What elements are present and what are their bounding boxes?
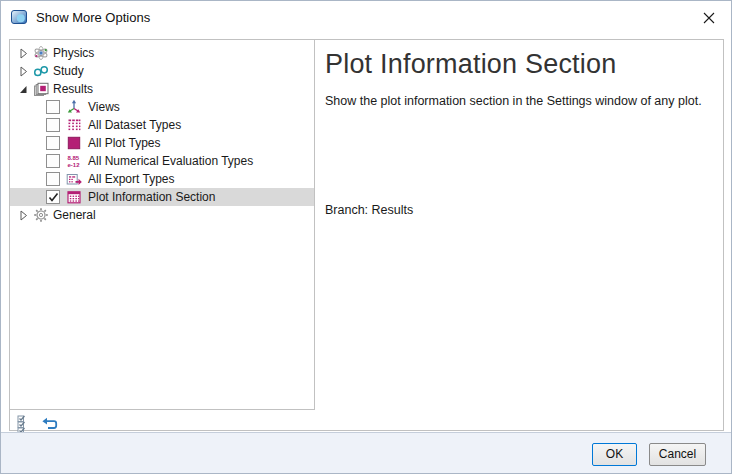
tree-item-label: All Plot Types [88,136,164,150]
tree-item-study[interactable]: Study [10,62,314,80]
svg-text:e-12: e-12 [68,162,81,168]
tree-item-label: Views [88,100,124,114]
close-icon[interactable] [699,8,719,28]
plot-information-icon [66,189,82,205]
svg-text:8.85: 8.85 [68,155,80,161]
all-export-types-checkbox[interactable] [46,172,60,186]
export-types-icon [66,171,82,187]
tree-toolbar [13,414,60,434]
app-icon [11,9,27,25]
tree-item-label: General [53,208,100,222]
tree-item-label: Results [53,82,97,96]
plot-information-section-checkbox[interactable] [46,190,60,204]
tree-item-label: All Export Types [88,172,178,186]
options-tree: Physics Study Results [10,40,315,410]
physics-icon [33,45,49,61]
tree-item-plot-information-section[interactable]: Plot Information Section [10,188,314,206]
dataset-types-icon [66,117,82,133]
tree-item-all-export-types[interactable]: All Export Types [10,170,314,188]
detail-panel: Plot Information Section Show the plot i… [316,40,723,430]
detail-title: Plot Information Section [325,49,713,80]
ok-button[interactable]: OK [592,443,637,466]
tree-item-physics[interactable]: Physics [10,44,314,62]
all-numerical-evaluation-types-checkbox[interactable] [46,154,60,168]
tree-item-all-dataset-types[interactable]: All Dataset Types [10,116,314,134]
tree-item-views[interactable]: Views [10,98,314,116]
window-title: Show More Options [36,10,150,25]
tree-item-results[interactable]: Results [10,80,314,98]
tree-item-label: All Numerical Evaluation Types [88,154,257,168]
numerical-evaluation-icon: 8.85 e-12 [66,153,82,169]
detail-branch: Branch: Results [325,203,413,217]
views-icon [66,99,82,115]
tree-item-label: Physics [53,46,98,60]
collapse-arrow-icon[interactable] [19,66,28,77]
plot-types-icon [66,135,82,151]
expand-arrow-icon[interactable] [19,84,28,95]
cancel-button[interactable]: Cancel [649,443,706,466]
tree-item-all-numerical-evaluation-types[interactable]: 8.85 e-12 All Numerical Evaluation Types [10,152,314,170]
tree-item-label: Study [53,64,88,78]
tree-item-all-plot-types[interactable]: All Plot Types [10,134,314,152]
tree-item-label: All Dataset Types [88,118,185,132]
detail-description: Show the plot information section in the… [325,94,713,108]
collapse-arrow-icon[interactable] [19,210,28,221]
content-area: Physics Study Results [9,39,724,431]
titlebar: Show More Options [1,1,731,33]
general-icon [33,207,49,223]
all-plot-types-checkbox[interactable] [46,136,60,150]
footer-bar: OK Cancel [1,432,731,473]
tree-item-label: Plot Information Section [88,190,219,204]
show-more-options-dialog: Show More Options Physics [0,0,732,474]
collapse-arrow-icon[interactable] [19,48,28,59]
reset-undo-icon[interactable] [40,414,60,434]
check-all-icon[interactable] [13,414,33,434]
results-icon [33,81,49,97]
study-icon [33,63,49,79]
views-checkbox[interactable] [46,100,60,114]
tree-item-general[interactable]: General [10,206,314,224]
all-dataset-types-checkbox[interactable] [46,118,60,132]
